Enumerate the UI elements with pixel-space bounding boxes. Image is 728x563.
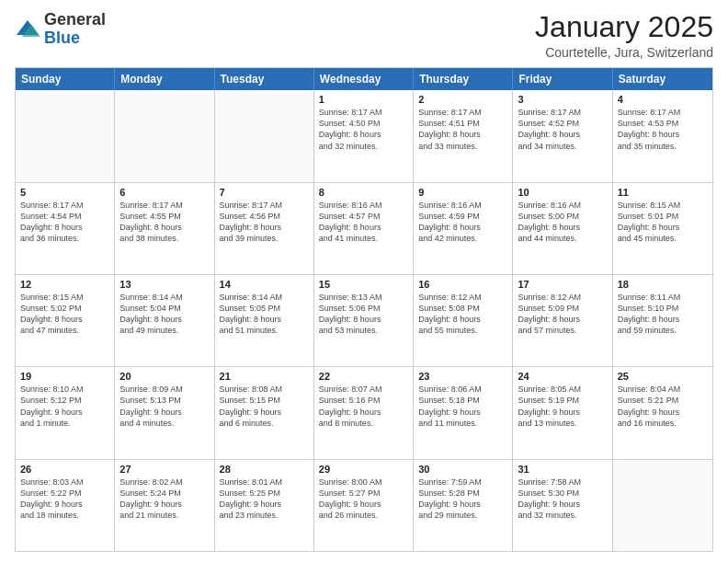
day-info: Sunrise: 8:07 AM Sunset: 5:16 PM Dayligh… <box>319 384 408 429</box>
day-number: 11 <box>618 187 708 198</box>
day-cell-7: 7Sunrise: 8:17 AM Sunset: 4:56 PM Daylig… <box>215 183 314 274</box>
calendar-header: SundayMondayTuesdayWednesdayThursdayFrid… <box>16 68 712 90</box>
logo-text: General Blue <box>44 11 106 48</box>
empty-cell <box>215 90 314 181</box>
day-number: 18 <box>618 279 708 290</box>
day-info: Sunrise: 8:17 AM Sunset: 4:50 PM Dayligh… <box>319 107 408 152</box>
day-number: 3 <box>518 94 607 105</box>
day-number: 15 <box>319 279 408 290</box>
day-number: 28 <box>220 464 309 475</box>
day-info: Sunrise: 7:59 AM Sunset: 5:28 PM Dayligh… <box>418 477 507 522</box>
location-title: Courtetelle, Jura, Switzerland <box>535 45 713 60</box>
day-info: Sunrise: 8:11 AM Sunset: 5:10 PM Dayligh… <box>618 292 708 337</box>
day-info: Sunrise: 8:15 AM Sunset: 5:02 PM Dayligh… <box>20 292 109 337</box>
day-cell-9: 9Sunrise: 8:16 AM Sunset: 4:59 PM Daylig… <box>414 183 513 274</box>
day-cell-22: 22Sunrise: 8:07 AM Sunset: 5:16 PM Dayli… <box>314 367 414 458</box>
day-number: 13 <box>119 279 209 290</box>
day-info: Sunrise: 8:05 AM Sunset: 5:19 PM Dayligh… <box>518 384 607 429</box>
day-cell-21: 21Sunrise: 8:08 AM Sunset: 5:15 PM Dayli… <box>215 367 314 458</box>
day-cell-1: 1Sunrise: 8:17 AM Sunset: 4:50 PM Daylig… <box>314 90 414 181</box>
header-day-saturday: Saturday <box>613 68 712 90</box>
logo: General Blue <box>15 11 106 48</box>
day-info: Sunrise: 8:10 AM Sunset: 5:12 PM Dayligh… <box>20 384 109 429</box>
day-info: Sunrise: 8:00 AM Sunset: 5:27 PM Dayligh… <box>319 477 408 522</box>
day-info: Sunrise: 8:14 AM Sunset: 5:05 PM Dayligh… <box>220 292 309 337</box>
header-day-wednesday: Wednesday <box>314 68 414 90</box>
day-number: 8 <box>319 187 408 198</box>
day-cell-15: 15Sunrise: 8:13 AM Sunset: 5:06 PM Dayli… <box>314 275 414 366</box>
day-info: Sunrise: 8:16 AM Sunset: 5:00 PM Dayligh… <box>518 200 607 245</box>
empty-cell <box>115 90 214 181</box>
day-info: Sunrise: 8:04 AM Sunset: 5:21 PM Dayligh… <box>618 384 708 429</box>
calendar-body: 1Sunrise: 8:17 AM Sunset: 4:50 PM Daylig… <box>16 90 712 551</box>
header-day-sunday: Sunday <box>16 68 115 90</box>
day-cell-17: 17Sunrise: 8:12 AM Sunset: 5:09 PM Dayli… <box>513 275 612 366</box>
empty-cell <box>16 90 115 181</box>
day-cell-6: 6Sunrise: 8:17 AM Sunset: 4:55 PM Daylig… <box>115 183 214 274</box>
day-number: 16 <box>418 279 507 290</box>
day-number: 22 <box>319 371 408 382</box>
day-cell-11: 11Sunrise: 8:15 AM Sunset: 5:01 PM Dayli… <box>613 183 712 274</box>
day-cell-31: 31Sunrise: 7:58 AM Sunset: 5:30 PM Dayli… <box>513 460 612 551</box>
day-cell-26: 26Sunrise: 8:03 AM Sunset: 5:22 PM Dayli… <box>16 460 115 551</box>
day-number: 4 <box>618 94 708 105</box>
page: General Blue January 2025 Courtetelle, J… <box>0 0 728 563</box>
header-day-monday: Monday <box>115 68 214 90</box>
day-cell-19: 19Sunrise: 8:10 AM Sunset: 5:12 PM Dayli… <box>16 367 115 458</box>
day-cell-30: 30Sunrise: 7:59 AM Sunset: 5:28 PM Dayli… <box>414 460 513 551</box>
day-info: Sunrise: 8:13 AM Sunset: 5:06 PM Dayligh… <box>319 292 408 337</box>
header-day-thursday: Thursday <box>414 68 513 90</box>
day-cell-25: 25Sunrise: 8:04 AM Sunset: 5:21 PM Dayli… <box>613 367 712 458</box>
day-cell-8: 8Sunrise: 8:16 AM Sunset: 4:57 PM Daylig… <box>314 183 414 274</box>
day-info: Sunrise: 8:12 AM Sunset: 5:09 PM Dayligh… <box>518 292 607 337</box>
day-info: Sunrise: 8:16 AM Sunset: 4:57 PM Dayligh… <box>319 200 408 245</box>
day-cell-10: 10Sunrise: 8:16 AM Sunset: 5:00 PM Dayli… <box>513 183 612 274</box>
header: General Blue January 2025 Courtetelle, J… <box>15 11 713 60</box>
week-row-1: 5Sunrise: 8:17 AM Sunset: 4:54 PM Daylig… <box>16 182 712 274</box>
day-info: Sunrise: 8:06 AM Sunset: 5:18 PM Dayligh… <box>418 384 507 429</box>
day-info: Sunrise: 8:02 AM Sunset: 5:24 PM Dayligh… <box>119 477 209 522</box>
day-info: Sunrise: 8:17 AM Sunset: 4:55 PM Dayligh… <box>119 200 209 245</box>
day-number: 1 <box>319 94 408 105</box>
day-cell-4: 4Sunrise: 8:17 AM Sunset: 4:53 PM Daylig… <box>613 90 712 181</box>
day-cell-27: 27Sunrise: 8:02 AM Sunset: 5:24 PM Dayli… <box>115 460 214 551</box>
title-block: January 2025 Courtetelle, Jura, Switzerl… <box>535 11 713 60</box>
day-number: 24 <box>518 371 607 382</box>
day-info: Sunrise: 8:17 AM Sunset: 4:53 PM Dayligh… <box>618 107 708 152</box>
empty-cell <box>613 460 712 551</box>
day-cell-2: 2Sunrise: 8:17 AM Sunset: 4:51 PM Daylig… <box>414 90 513 181</box>
day-number: 12 <box>20 279 109 290</box>
day-number: 14 <box>220 279 309 290</box>
day-info: Sunrise: 8:08 AM Sunset: 5:15 PM Dayligh… <box>220 384 309 429</box>
day-number: 17 <box>518 279 607 290</box>
week-row-2: 12Sunrise: 8:15 AM Sunset: 5:02 PM Dayli… <box>16 274 712 366</box>
day-number: 6 <box>119 187 209 198</box>
day-number: 31 <box>518 464 607 475</box>
logo-icon <box>15 17 40 42</box>
day-info: Sunrise: 8:12 AM Sunset: 5:08 PM Dayligh… <box>418 292 507 337</box>
day-cell-3: 3Sunrise: 8:17 AM Sunset: 4:52 PM Daylig… <box>513 90 612 181</box>
day-cell-13: 13Sunrise: 8:14 AM Sunset: 5:04 PM Dayli… <box>115 275 214 366</box>
day-number: 9 <box>418 187 507 198</box>
day-cell-29: 29Sunrise: 8:00 AM Sunset: 5:27 PM Dayli… <box>314 460 414 551</box>
calendar: SundayMondayTuesdayWednesdayThursdayFrid… <box>15 67 713 552</box>
day-info: Sunrise: 8:17 AM Sunset: 4:56 PM Dayligh… <box>220 200 309 245</box>
day-number: 21 <box>220 371 309 382</box>
day-info: Sunrise: 8:09 AM Sunset: 5:13 PM Dayligh… <box>119 384 209 429</box>
day-cell-23: 23Sunrise: 8:06 AM Sunset: 5:18 PM Dayli… <box>414 367 513 458</box>
day-number: 25 <box>618 371 708 382</box>
day-number: 23 <box>418 371 507 382</box>
day-number: 30 <box>418 464 507 475</box>
day-number: 26 <box>20 464 109 475</box>
day-info: Sunrise: 8:16 AM Sunset: 4:59 PM Dayligh… <box>418 200 507 245</box>
day-number: 20 <box>119 371 209 382</box>
header-day-tuesday: Tuesday <box>215 68 314 90</box>
day-cell-5: 5Sunrise: 8:17 AM Sunset: 4:54 PM Daylig… <box>16 183 115 274</box>
day-cell-18: 18Sunrise: 8:11 AM Sunset: 5:10 PM Dayli… <box>613 275 712 366</box>
day-cell-16: 16Sunrise: 8:12 AM Sunset: 5:08 PM Dayli… <box>414 275 513 366</box>
day-info: Sunrise: 8:17 AM Sunset: 4:51 PM Dayligh… <box>418 107 507 152</box>
day-number: 27 <box>119 464 209 475</box>
day-info: Sunrise: 8:17 AM Sunset: 4:54 PM Dayligh… <box>20 200 109 245</box>
day-cell-12: 12Sunrise: 8:15 AM Sunset: 5:02 PM Dayli… <box>16 275 115 366</box>
day-cell-24: 24Sunrise: 8:05 AM Sunset: 5:19 PM Dayli… <box>513 367 612 458</box>
